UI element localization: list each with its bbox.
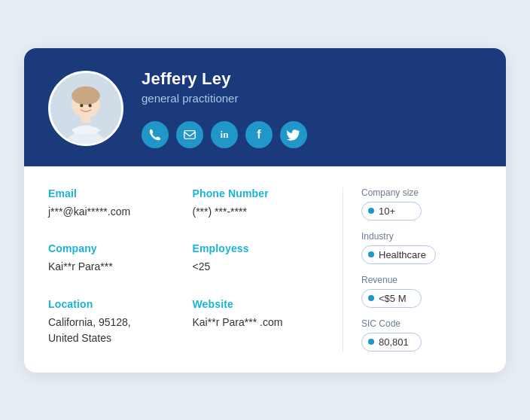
avatar xyxy=(48,71,123,146)
email-label: Email xyxy=(48,187,175,199)
revenue-badge[interactable]: <$5 M xyxy=(361,289,422,308)
industry-value: Healthcare xyxy=(379,249,426,260)
industry-badge[interactable]: Healthcare xyxy=(361,245,436,264)
phone-block: Phone Number (***) ***-**** xyxy=(187,187,325,243)
company-size-section: Company size 10+ xyxy=(361,187,482,221)
sic-code-value: 80,801 xyxy=(379,336,409,348)
sic-code-dot xyxy=(368,339,374,345)
company-value: Kai**r Para*** xyxy=(48,259,175,275)
info-grid: Email j***@kai*****.com Phone Number (**… xyxy=(48,187,324,352)
revenue-value: <$5 M xyxy=(379,293,407,304)
svg-rect-4 xyxy=(81,115,90,122)
location-value: California, 95128,United States xyxy=(48,315,175,346)
facebook-icon[interactable]: f xyxy=(245,121,273,148)
sic-code-section: SIC Code 80,801 xyxy=(361,318,482,352)
website-block: Website Kai**r Para*** .com xyxy=(187,298,325,352)
svg-point-6 xyxy=(89,104,92,108)
email-icon[interactable] xyxy=(176,121,203,148)
sic-code-badge[interactable]: 80,801 xyxy=(361,333,422,352)
phone-icon[interactable] xyxy=(142,121,169,148)
industry-label: Industry xyxy=(361,231,482,242)
svg-rect-7 xyxy=(184,130,195,138)
phone-label: Phone Number xyxy=(193,187,325,199)
location-block: Location California, 95128,United States xyxy=(48,298,187,352)
svg-point-5 xyxy=(80,104,83,108)
employees-label: Employess xyxy=(193,242,325,254)
revenue-label: Revenue xyxy=(361,275,482,285)
company-size-badge[interactable]: 10+ xyxy=(361,202,422,221)
linkedin-icon[interactable]: in xyxy=(211,121,238,148)
phone-value: (***) ***-**** xyxy=(193,204,325,220)
website-value: Kai**r Para*** .com xyxy=(193,315,325,330)
website-label: Website xyxy=(193,298,325,310)
revenue-section: Revenue <$5 M xyxy=(361,275,482,308)
company-size-value: 10+ xyxy=(379,205,395,217)
card-header: Jeffery Ley general practitioner in f xyxy=(24,48,506,166)
employees-value: <25 xyxy=(193,259,325,275)
company-size-dot xyxy=(368,208,374,214)
header-info: Jeffery Ley general practitioner in f xyxy=(142,69,307,148)
profile-card: Jeffery Ley general practitioner in f xyxy=(24,48,506,373)
email-value: j***@kai*****.com xyxy=(48,204,175,220)
social-icons-row: in f xyxy=(142,121,307,148)
twitter-icon[interactable] xyxy=(280,121,307,148)
sic-code-label: SIC Code xyxy=(361,318,482,329)
company-label: Company xyxy=(48,242,175,254)
company-size-label: Company size xyxy=(361,187,482,198)
revenue-dot xyxy=(368,295,374,301)
employees-block: Employess <25 xyxy=(187,242,325,298)
card-body: Email j***@kai*****.com Phone Number (**… xyxy=(24,166,506,373)
industry-dot xyxy=(368,251,374,257)
vertical-divider xyxy=(343,187,343,352)
sidebar-info: Company size 10+ Industry Healthcare Rev… xyxy=(361,187,482,352)
profile-name: Jeffery Ley xyxy=(142,69,307,89)
location-label: Location xyxy=(48,298,175,310)
company-block: Company Kai**r Para*** xyxy=(48,242,187,298)
svg-point-3 xyxy=(72,87,100,105)
profile-title: general practitioner xyxy=(142,92,307,105)
industry-section: Industry Healthcare xyxy=(361,231,482,264)
email-block: Email j***@kai*****.com xyxy=(48,187,187,243)
